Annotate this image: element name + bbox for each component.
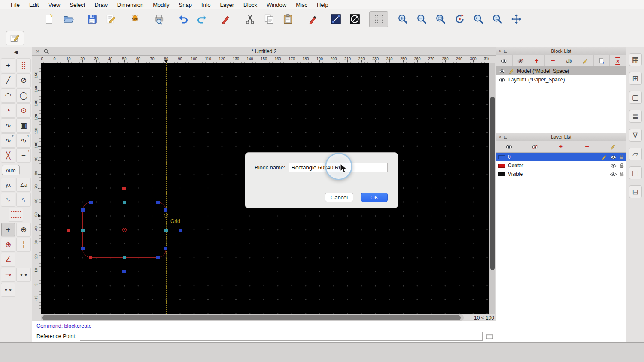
spline-tool[interactable]: ∿ — [1, 118, 15, 133]
selection-handle-blue[interactable] — [81, 208, 85, 212]
snap-angle-tool[interactable]: ∠ — [1, 253, 15, 267]
vertical-scrollbar[interactable] — [489, 63, 495, 314]
remove-block-icon[interactable]: − — [545, 55, 561, 66]
limit-line-tool[interactable]: −! — [16, 148, 31, 163]
layer-panel-button[interactable]: ⊞ — [629, 72, 642, 85]
menu-modify[interactable]: Modify — [148, 2, 174, 8]
menu-dimension[interactable]: Dimension — [112, 2, 148, 8]
order1-tool[interactable]: ∿1 — [16, 133, 31, 148]
menu-help[interactable]: Help — [312, 2, 333, 8]
menu-layer[interactable]: Layer — [216, 2, 239, 8]
toggle-construction-icon[interactable] — [522, 141, 548, 152]
zoom-redraw-button[interactable] — [450, 11, 469, 27]
selection-handle-blue[interactable] — [81, 247, 85, 250]
cut-button[interactable] — [240, 11, 259, 27]
zoom-out-button[interactable] — [412, 11, 431, 27]
circle-tool[interactable]: ◯ — [16, 88, 31, 103]
menu-draw[interactable]: Draw — [90, 2, 112, 8]
horizontal-scrollbar[interactable] — [41, 314, 464, 321]
filter-panel-button[interactable]: ∇ — [629, 129, 642, 142]
selection-handle-blue[interactable] — [122, 270, 126, 273]
zoom-pan-button[interactable] — [507, 11, 526, 27]
toggle-all-visibility-icon[interactable] — [513, 55, 529, 66]
selection-handle-blue[interactable] — [179, 229, 182, 232]
menu-window[interactable]: Window — [262, 2, 291, 8]
panel-dock-icon[interactable]: ⊡ — [504, 49, 507, 54]
snap-center-tool[interactable]: ⊕ — [1, 238, 15, 252]
arc-continue-tool[interactable]: ◔ — [1, 103, 15, 118]
selection-handle-blue[interactable] — [156, 256, 160, 259]
circle-attributes-button[interactable] — [345, 11, 364, 27]
copy-button[interactable] — [259, 11, 278, 27]
menu-misc[interactable]: Misc — [291, 2, 312, 8]
pen-edit-button[interactable] — [302, 11, 321, 27]
selection-handle-blue[interactable] — [156, 201, 160, 204]
angle-a-tool[interactable]: ∠a — [16, 178, 31, 192]
layer-visibility-icon[interactable] — [610, 155, 617, 160]
layer-visibility-icon[interactable] — [610, 172, 617, 177]
grid-toggle-button[interactable] — [369, 11, 388, 27]
snap-distance-tool[interactable]: ⊸ — [1, 268, 15, 282]
selection-handle-red[interactable] — [122, 187, 126, 190]
panel-close-icon[interactable]: × — [499, 49, 501, 54]
circle-point-tool[interactable]: ⊙ — [16, 103, 31, 118]
selection-handle-blue[interactable] — [164, 247, 167, 250]
menu-info[interactable]: Info — [197, 2, 216, 8]
seq2-tool[interactable]: ¹₂ — [1, 193, 15, 207]
tool-options-button[interactable] — [6, 31, 24, 45]
block-visibility-icon[interactable] — [498, 69, 506, 74]
selection-handle-cyan[interactable] — [81, 229, 85, 232]
palette-collapse-button[interactable]: ◀ — [0, 47, 32, 57]
print-preview-button[interactable] — [149, 11, 168, 27]
save-block-icon[interactable] — [594, 55, 610, 66]
svg-library-button[interactable]: SVG — [125, 11, 144, 27]
open-document-button[interactable] — [58, 11, 77, 27]
menu-select[interactable]: Select — [65, 2, 90, 8]
coord-yx-tool[interactable]: yx — [1, 178, 15, 192]
horizontal-scrollbar-thumb[interactable] — [42, 315, 461, 320]
menu-file[interactable]: File — [6, 2, 24, 8]
layer-lock-icon[interactable] — [620, 154, 624, 160]
selection-handle-blue[interactable] — [89, 201, 93, 204]
selection-handle-red[interactable] — [89, 256, 92, 259]
toggle-visibility-icon[interactable] — [496, 55, 513, 66]
key-lock-tool[interactable]: ⊷ — [1, 283, 15, 297]
cancel-button[interactable]: Cancel — [325, 193, 353, 202]
menu-snap[interactable]: Snap — [174, 2, 197, 8]
list-panel-button[interactable]: ≣ — [629, 110, 642, 123]
rect-point-tool[interactable]: ▣ — [16, 118, 31, 133]
menu-block[interactable]: Block — [239, 2, 262, 8]
selection-handle-blue[interactable] — [164, 208, 167, 212]
layer-edit-icon[interactable] — [601, 154, 607, 160]
rename-block-button[interactable]: alb — [561, 55, 577, 66]
delete-block-icon[interactable]: × — [610, 55, 626, 66]
free-points-tool[interactable]: ⣿ — [16, 58, 31, 72]
selection-handle-red[interactable] — [67, 229, 70, 232]
command-window-icon[interactable] — [486, 334, 493, 339]
pen-panel-button[interactable]: ▱ — [629, 148, 642, 160]
order2-tool[interactable]: ∿2 — [1, 133, 15, 148]
add-block-icon[interactable]: + — [529, 55, 545, 66]
vertical-scrollbar-thumb[interactable] — [490, 97, 495, 270]
delete-entities-button[interactable] — [216, 11, 235, 27]
deselect-window-tool[interactable] — [9, 208, 23, 222]
seq1-tool[interactable]: ²₁ — [16, 193, 31, 207]
ok-button[interactable]: OK — [361, 193, 388, 202]
block-list-item[interactable]: Layout1 (*Paper_Space) — [496, 75, 626, 84]
remove-layer-icon[interactable]: − — [574, 141, 600, 152]
menu-edit[interactable]: Edit — [24, 2, 43, 8]
tangent-line-tool[interactable]: ╱ — [1, 73, 15, 87]
document-close-icon[interactable]: × — [36, 48, 39, 54]
snap-crosshair-tool[interactable]: ⊕ — [16, 223, 31, 237]
undo-button[interactable] — [173, 11, 192, 27]
command-input[interactable] — [80, 332, 483, 341]
line-attributes-button[interactable] — [326, 11, 345, 27]
layer-lock-icon[interactable] — [620, 172, 624, 177]
arc-tool[interactable]: ◠ — [1, 88, 15, 103]
layer-list-item[interactable]: Center — [496, 161, 626, 170]
save-document-button[interactable] — [82, 11, 101, 27]
snap-free-tool[interactable]: + — [1, 223, 15, 237]
block-list-item[interactable]: Model (*Model_Space) — [496, 67, 626, 75]
redo-button[interactable] — [192, 11, 211, 27]
selection-handle-cyan[interactable] — [123, 256, 126, 259]
